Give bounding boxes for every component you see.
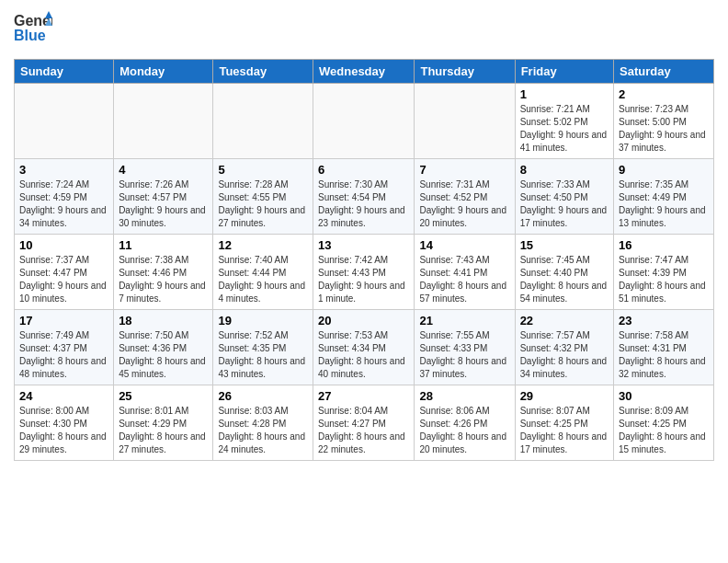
day-info: Sunrise: 7:58 AM Sunset: 4:31 PM Dayligh… <box>619 329 709 381</box>
calendar-cell: 3Sunrise: 7:24 AM Sunset: 4:59 PM Daylig… <box>15 159 114 235</box>
day-number: 19 <box>218 314 308 327</box>
page-container: General Blue SundayMondayTuesdayWednesda… <box>0 0 728 470</box>
day-info: Sunrise: 7:38 AM Sunset: 4:46 PM Dayligh… <box>119 254 208 305</box>
day-number: 29 <box>520 389 609 403</box>
day-number: 15 <box>520 238 609 252</box>
calendar-header-friday: Friday <box>515 60 613 84</box>
calendar-cell: 8Sunrise: 7:33 AM Sunset: 4:50 PM Daylig… <box>515 159 613 235</box>
day-number: 3 <box>19 163 108 177</box>
calendar-header-thursday: Thursday <box>415 60 515 84</box>
day-number: 20 <box>318 314 409 327</box>
header: General Blue <box>14 9 714 52</box>
calendar-cell: 1Sunrise: 7:21 AM Sunset: 5:02 PM Daylig… <box>515 84 613 159</box>
calendar-header-saturday: Saturday <box>614 60 714 84</box>
day-info: Sunrise: 7:45 AM Sunset: 4:40 PM Dayligh… <box>520 254 609 305</box>
day-info: Sunrise: 7:55 AM Sunset: 4:33 PM Dayligh… <box>419 329 509 381</box>
calendar-cell <box>114 84 213 159</box>
calendar-cell: 22Sunrise: 7:57 AM Sunset: 4:32 PM Dayli… <box>515 310 613 385</box>
day-info: Sunrise: 7:49 AM Sunset: 4:37 PM Dayligh… <box>19 329 108 381</box>
day-number: 10 <box>19 238 108 252</box>
day-number: 12 <box>218 238 308 252</box>
calendar-cell: 19Sunrise: 7:52 AM Sunset: 4:35 PM Dayli… <box>213 310 313 385</box>
calendar-week-row: 10Sunrise: 7:37 AM Sunset: 4:47 PM Dayli… <box>15 235 714 310</box>
day-info: Sunrise: 7:50 AM Sunset: 4:36 PM Dayligh… <box>119 329 208 381</box>
day-number: 17 <box>19 314 108 327</box>
day-number: 6 <box>318 163 409 177</box>
day-number: 2 <box>619 87 709 101</box>
day-info: Sunrise: 7:37 AM Sunset: 4:47 PM Dayligh… <box>19 254 108 305</box>
calendar-cell: 29Sunrise: 8:07 AM Sunset: 4:25 PM Dayli… <box>515 385 613 461</box>
calendar-week-row: 17Sunrise: 7:49 AM Sunset: 4:37 PM Dayli… <box>15 310 714 385</box>
day-number: 24 <box>19 389 108 403</box>
day-number: 30 <box>619 389 709 403</box>
calendar-cell: 13Sunrise: 7:42 AM Sunset: 4:43 PM Dayli… <box>313 235 415 310</box>
day-info: Sunrise: 7:35 AM Sunset: 4:49 PM Dayligh… <box>619 178 709 230</box>
day-number: 11 <box>119 238 208 252</box>
day-number: 1 <box>520 87 609 101</box>
day-info: Sunrise: 7:42 AM Sunset: 4:43 PM Dayligh… <box>318 254 409 305</box>
day-number: 7 <box>419 163 509 177</box>
day-info: Sunrise: 7:52 AM Sunset: 4:35 PM Dayligh… <box>218 329 308 381</box>
calendar-cell: 4Sunrise: 7:26 AM Sunset: 4:57 PM Daylig… <box>114 159 213 235</box>
day-info: Sunrise: 7:26 AM Sunset: 4:57 PM Dayligh… <box>119 178 208 230</box>
calendar-week-row: 1Sunrise: 7:21 AM Sunset: 5:02 PM Daylig… <box>15 84 714 159</box>
day-info: Sunrise: 8:04 AM Sunset: 4:27 PM Dayligh… <box>318 405 409 456</box>
calendar-cell: 26Sunrise: 8:03 AM Sunset: 4:28 PM Dayli… <box>213 385 313 461</box>
calendar-cell: 21Sunrise: 7:55 AM Sunset: 4:33 PM Dayli… <box>415 310 515 385</box>
calendar-header-monday: Monday <box>114 60 213 84</box>
calendar-cell: 5Sunrise: 7:28 AM Sunset: 4:55 PM Daylig… <box>213 159 313 235</box>
day-info: Sunrise: 7:28 AM Sunset: 4:55 PM Dayligh… <box>218 178 308 230</box>
day-number: 13 <box>318 238 409 252</box>
day-info: Sunrise: 7:53 AM Sunset: 4:34 PM Dayligh… <box>318 329 409 381</box>
calendar: SundayMondayTuesdayWednesdayThursdayFrid… <box>14 59 714 461</box>
day-info: Sunrise: 7:43 AM Sunset: 4:41 PM Dayligh… <box>419 254 509 305</box>
day-number: 16 <box>619 238 709 252</box>
day-info: Sunrise: 8:09 AM Sunset: 4:25 PM Dayligh… <box>619 405 709 456</box>
logo: General Blue <box>14 9 52 52</box>
day-number: 26 <box>218 389 308 403</box>
calendar-cell: 27Sunrise: 8:04 AM Sunset: 4:27 PM Dayli… <box>313 385 415 461</box>
day-info: Sunrise: 7:47 AM Sunset: 4:39 PM Dayligh… <box>619 254 709 305</box>
day-info: Sunrise: 7:31 AM Sunset: 4:52 PM Dayligh… <box>419 178 509 230</box>
day-info: Sunrise: 7:24 AM Sunset: 4:59 PM Dayligh… <box>19 178 108 230</box>
calendar-cell: 6Sunrise: 7:30 AM Sunset: 4:54 PM Daylig… <box>313 159 415 235</box>
day-info: Sunrise: 7:21 AM Sunset: 5:02 PM Dayligh… <box>520 103 609 155</box>
calendar-cell <box>313 84 415 159</box>
calendar-cell: 7Sunrise: 7:31 AM Sunset: 4:52 PM Daylig… <box>415 159 515 235</box>
calendar-cell <box>15 84 114 159</box>
day-info: Sunrise: 7:30 AM Sunset: 4:54 PM Dayligh… <box>318 178 409 230</box>
day-info: Sunrise: 7:23 AM Sunset: 5:00 PM Dayligh… <box>619 103 709 155</box>
day-number: 9 <box>619 163 709 177</box>
day-number: 5 <box>218 163 308 177</box>
day-info: Sunrise: 8:01 AM Sunset: 4:29 PM Dayligh… <box>119 405 208 456</box>
day-number: 27 <box>318 389 409 403</box>
calendar-cell: 11Sunrise: 7:38 AM Sunset: 4:46 PM Dayli… <box>114 235 213 310</box>
calendar-cell: 30Sunrise: 8:09 AM Sunset: 4:25 PM Dayli… <box>614 385 714 461</box>
calendar-header-tuesday: Tuesday <box>213 60 313 84</box>
svg-text:Blue: Blue <box>14 28 46 43</box>
calendar-cell: 10Sunrise: 7:37 AM Sunset: 4:47 PM Dayli… <box>15 235 114 310</box>
day-number: 18 <box>119 314 208 327</box>
day-number: 25 <box>119 389 208 403</box>
calendar-cell: 23Sunrise: 7:58 AM Sunset: 4:31 PM Dayli… <box>614 310 714 385</box>
day-info: Sunrise: 7:57 AM Sunset: 4:32 PM Dayligh… <box>520 329 609 381</box>
calendar-cell: 12Sunrise: 7:40 AM Sunset: 4:44 PM Dayli… <box>213 235 313 310</box>
day-info: Sunrise: 8:06 AM Sunset: 4:26 PM Dayligh… <box>419 405 509 456</box>
day-info: Sunrise: 8:03 AM Sunset: 4:28 PM Dayligh… <box>218 405 308 456</box>
calendar-week-row: 24Sunrise: 8:00 AM Sunset: 4:30 PM Dayli… <box>15 385 714 461</box>
calendar-cell: 2Sunrise: 7:23 AM Sunset: 5:00 PM Daylig… <box>614 84 714 159</box>
day-info: Sunrise: 7:40 AM Sunset: 4:44 PM Dayligh… <box>218 254 308 305</box>
calendar-cell: 20Sunrise: 7:53 AM Sunset: 4:34 PM Dayli… <box>313 310 415 385</box>
calendar-cell: 28Sunrise: 8:06 AM Sunset: 4:26 PM Dayli… <box>415 385 515 461</box>
day-number: 23 <box>619 314 709 327</box>
calendar-cell <box>213 84 313 159</box>
svg-text:General: General <box>14 13 52 29</box>
day-number: 22 <box>520 314 609 327</box>
day-number: 14 <box>419 238 509 252</box>
logo-mark: General Blue <box>14 9 52 52</box>
calendar-cell: 14Sunrise: 7:43 AM Sunset: 4:41 PM Dayli… <box>415 235 515 310</box>
calendar-cell: 16Sunrise: 7:47 AM Sunset: 4:39 PM Dayli… <box>614 235 714 310</box>
day-number: 28 <box>419 389 509 403</box>
calendar-cell: 17Sunrise: 7:49 AM Sunset: 4:37 PM Dayli… <box>15 310 114 385</box>
calendar-header-wednesday: Wednesday <box>313 60 415 84</box>
